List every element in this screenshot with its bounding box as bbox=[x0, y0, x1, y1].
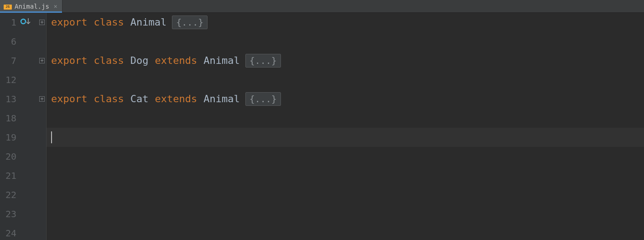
fold-toggle-icon[interactable]: + bbox=[39, 96, 45, 102]
line-number: 24 bbox=[0, 224, 16, 240]
code-line[interactable] bbox=[51, 109, 644, 128]
keyword: export bbox=[51, 51, 87, 70]
class-name: Cat bbox=[130, 89, 149, 109]
class-name: Animal bbox=[203, 89, 239, 109]
code-line[interactable] bbox=[51, 70, 644, 89]
folded-block-placeholder[interactable]: {...} bbox=[172, 16, 208, 29]
gutter-row: 19 bbox=[0, 128, 46, 147]
line-number: 20 bbox=[0, 147, 16, 166]
gutter-row: 24 bbox=[0, 224, 46, 240]
fold-toggle-icon[interactable]: + bbox=[39, 58, 45, 63]
tab-label: Animal.js bbox=[15, 3, 49, 10]
gutter-row: 13 + bbox=[0, 89, 46, 109]
close-icon[interactable]: ✕ bbox=[52, 3, 57, 10]
line-number: 7 bbox=[0, 51, 16, 70]
class-name: Dog bbox=[130, 51, 149, 70]
keyword: export bbox=[51, 13, 87, 32]
line-number: 23 bbox=[0, 204, 16, 224]
line-number: 6 bbox=[0, 32, 16, 51]
code-editor[interactable]: 1 + 6 7 + 12 13 + 18 19 bbox=[0, 13, 644, 240]
fold-toggle-icon[interactable]: + bbox=[39, 20, 45, 25]
code-line[interactable] bbox=[51, 224, 644, 240]
code-line[interactable] bbox=[51, 32, 644, 51]
editor-gutter: 1 + 6 7 + 12 13 + 18 19 bbox=[0, 13, 47, 240]
line-number: 13 bbox=[0, 89, 16, 109]
js-file-icon: JS bbox=[4, 3, 12, 10]
keyword: class bbox=[93, 13, 124, 32]
line-number: 22 bbox=[0, 185, 16, 204]
code-line[interactable] bbox=[51, 147, 644, 166]
line-number: 18 bbox=[0, 109, 16, 128]
keyword: export bbox=[51, 89, 87, 109]
editor-tabs: JS Animal.js ✕ bbox=[0, 0, 644, 13]
gutter-row: 22 bbox=[0, 185, 46, 204]
gutter-row: 6 bbox=[0, 32, 46, 51]
class-name: Animal bbox=[130, 13, 166, 32]
folded-block-placeholder[interactable]: {...} bbox=[245, 92, 281, 106]
folded-block-placeholder[interactable]: {...} bbox=[245, 54, 281, 68]
text-caret bbox=[51, 131, 52, 143]
gutter-row: 12 bbox=[0, 70, 46, 89]
gutter-row: 21 bbox=[0, 166, 46, 185]
keyword: class bbox=[93, 89, 124, 109]
code-line[interactable]: export class Dog extends Animal {...} bbox=[51, 51, 644, 70]
code-line-current[interactable] bbox=[51, 128, 644, 147]
code-line[interactable] bbox=[51, 185, 644, 204]
line-number: 19 bbox=[0, 128, 16, 147]
code-line[interactable]: export class Animal {...} bbox=[51, 13, 644, 32]
js-file-icon-badge: JS bbox=[4, 5, 12, 10]
gutter-row: 1 + bbox=[0, 13, 46, 32]
gutter-row: 7 + bbox=[0, 51, 46, 70]
line-number: 12 bbox=[0, 70, 16, 89]
keyword: extends bbox=[155, 51, 197, 70]
code-line[interactable] bbox=[51, 166, 644, 185]
keyword: class bbox=[93, 51, 124, 70]
gutter-row: 18 bbox=[0, 109, 46, 128]
line-number: 21 bbox=[0, 166, 16, 185]
code-area[interactable]: export class Animal {...} export class D… bbox=[47, 13, 644, 240]
code-line[interactable] bbox=[51, 204, 644, 224]
gutter-row: 23 bbox=[0, 204, 46, 224]
keyword: extends bbox=[155, 89, 197, 109]
code-line[interactable]: export class Cat extends Animal {...} bbox=[51, 89, 644, 109]
svg-point-0 bbox=[21, 19, 26, 24]
class-name: Animal bbox=[203, 51, 239, 70]
implements-marker-icon[interactable] bbox=[20, 13, 31, 32]
tab-animal-js[interactable]: JS Animal.js ✕ bbox=[0, 0, 62, 12]
line-number: 1 bbox=[0, 13, 16, 32]
gutter-row: 20 bbox=[0, 147, 46, 166]
